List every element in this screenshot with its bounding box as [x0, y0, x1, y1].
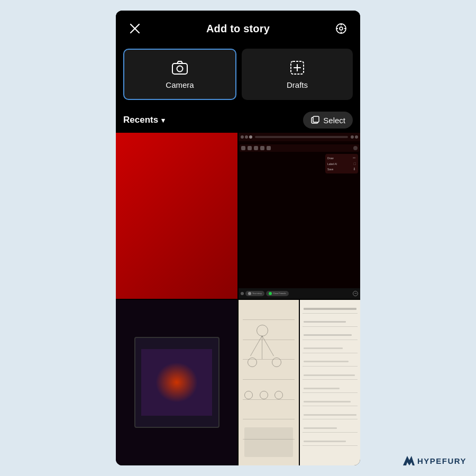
- svg-rect-14: [313, 116, 319, 122]
- tab-camera[interactable]: Camera: [123, 49, 236, 100]
- select-icon: [310, 115, 320, 125]
- recents-bar: Recents ▾ Select: [116, 106, 360, 133]
- gallery-item-papers: [239, 300, 360, 466]
- svg-point-9: [177, 66, 183, 72]
- gallery-item-screenshot[interactable]: Draw ✏ Label AI □ Save ⬇: [239, 133, 360, 299]
- tabs-section: Camera Drafts: [116, 44, 360, 106]
- settings-button[interactable]: [333, 20, 350, 37]
- camera-tab-label: Camera: [166, 80, 194, 89]
- select-button[interactable]: Select: [303, 112, 353, 129]
- laptop-image: [116, 300, 237, 466]
- hypefury-brand-name: HYPEFURY: [417, 456, 466, 465]
- gallery-item-text-paper[interactable]: [300, 300, 360, 466]
- hypefury-badge: HYPEFURY: [403, 456, 466, 465]
- drafts-icon: [289, 59, 306, 76]
- header: Add to story: [116, 11, 360, 44]
- tab-drafts[interactable]: Drafts: [242, 49, 353, 100]
- select-label-text: Select: [323, 116, 345, 125]
- close-button[interactable]: [126, 20, 143, 37]
- page-title: Add to story: [206, 23, 270, 35]
- gallery: Draw ✏ Label AI □ Save ⬇: [116, 133, 360, 465]
- phone-container: Add to story Camera: [116, 11, 360, 465]
- svg-point-3: [340, 27, 343, 30]
- gallery-item-laptop[interactable]: [116, 300, 237, 466]
- svg-rect-8: [172, 63, 187, 74]
- recents-dropdown[interactable]: Recents ▾: [123, 115, 165, 125]
- hypefury-logo-icon: [403, 456, 415, 465]
- camera-icon: [171, 59, 188, 76]
- chevron-down-icon: ▾: [161, 116, 165, 124]
- diagram-image: [239, 300, 299, 466]
- recents-label-text: Recents: [123, 115, 158, 125]
- drafts-tab-label: Drafts: [287, 80, 308, 89]
- screenshot-image: Draw ✏ Label AI □ Save ⬇: [239, 133, 360, 299]
- red-image: [116, 133, 237, 299]
- svg-marker-15: [403, 456, 415, 465]
- gallery-item-red[interactable]: [116, 133, 237, 299]
- gallery-item-diagram[interactable]: [239, 300, 299, 466]
- text-paper-image: [300, 300, 360, 466]
